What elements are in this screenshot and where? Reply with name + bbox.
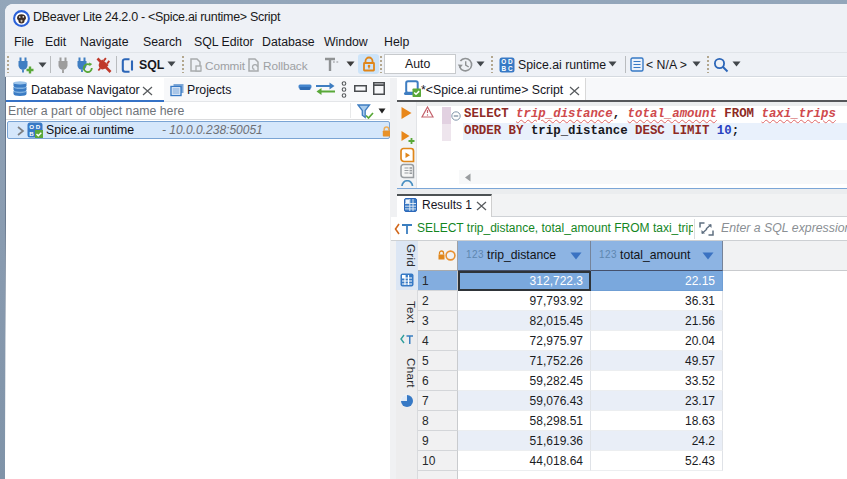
svg-text:B: B [29, 130, 34, 137]
svg-text:O: O [501, 58, 506, 65]
svg-text:O: O [29, 123, 34, 130]
svg-text:D: D [36, 123, 41, 130]
svg-text:C: C [508, 65, 513, 72]
svg-text:D: D [508, 58, 513, 65]
svg-text:B: B [501, 65, 506, 72]
